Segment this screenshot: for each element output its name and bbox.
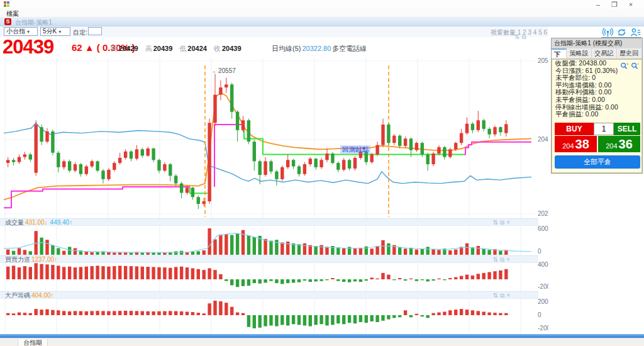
axis-labels: 205872040820228600004000-200020000-2000 <box>538 57 548 332</box>
svg-text:回測起點: 回測起點 <box>342 145 369 153</box>
annotations-layer: ←20557回測起點 <box>212 67 370 153</box>
trading-app-window: –❐× 檔案 S 台指期-策略1 小台指▾ 5分K▾ 自定: 視窗數量 1 2 … <box>0 0 644 346</box>
zoom-out-icon[interactable] <box>631 62 639 70</box>
popout-icon: ⧉ <box>500 219 506 226</box>
pane-icons[interactable]: ⇅⧉× <box>493 292 512 299</box>
broadcast-icon[interactable] <box>602 27 613 38</box>
pane-icons[interactable]: ⇅⧉× <box>493 219 512 226</box>
svg-text:←20557: ←20557 <box>212 67 236 74</box>
tab-backtest[interactable]: 歷史回測 <box>617 48 642 59</box>
pane-icons[interactable]: ⇅⧉× <box>493 256 512 264</box>
svg-text:-2000: -2000 <box>538 283 548 290</box>
force-pane-header: 買賣力道1237.00↑ ⇅⧉× <box>0 255 538 263</box>
minimize-button[interactable]: – <box>590 1 606 8</box>
volume-pane-header: 成交量431.00↓449.40↑ ⇅⧉× <box>0 218 538 226</box>
tab-trade-log[interactable]: 交易記錄 <box>592 48 617 59</box>
popout-icon: ⧉ <box>500 292 506 299</box>
strategy-panel-title: 台指期-策略1 (模擬交易) <box>552 38 642 48</box>
tab-strategy-settings[interactable]: 策略設定 <box>567 48 592 59</box>
strategy-panel-tabs: 下單 策略設定 交易記錄 歷史回測 <box>552 48 642 59</box>
close-all-positions-button[interactable]: 全部平倉 <box>555 155 640 169</box>
svg-text:4000: 4000 <box>538 261 548 268</box>
connection-icons <box>602 27 641 38</box>
close-icon: × <box>506 256 512 263</box>
svg-text:20228: 20228 <box>538 210 548 217</box>
svg-text:0: 0 <box>538 248 541 255</box>
force-bars-layer <box>6 263 508 287</box>
bottom-tab-bar: 台指期 <box>0 338 644 346</box>
buy-button[interactable]: BUY <box>555 123 594 135</box>
order-panel-body: 收盤價20438.00 今日漲跌61 (0.30%) 未平倉部位0 平均進場價格… <box>552 59 642 173</box>
strategy-panel: 台指期-策略1 (模擬交易) 下單 策略設定 交易記錄 歷史回測 收盤價204 <box>551 38 643 174</box>
zoom-in-icon[interactable] <box>620 62 628 70</box>
tab-taiex-futures[interactable]: 台指期 <box>18 339 48 346</box>
indicator-settings-icon: ⇅ <box>493 219 500 226</box>
volume-avg-line <box>4 233 531 253</box>
refresh-icon[interactable] <box>616 27 627 38</box>
close-icon: × <box>506 292 512 299</box>
chips-bars-layer <box>6 301 508 328</box>
close-button[interactable]: × <box>623 1 639 8</box>
chips-pane-header: 大戶籌碼404.00↑ ⇅⧉× <box>0 291 538 299</box>
buy-price[interactable]: 20438 <box>555 136 597 152</box>
svg-text:2000: 2000 <box>538 298 548 305</box>
sell-button[interactable]: SELL <box>614 123 640 135</box>
close-icon: × <box>506 219 512 226</box>
quantity-input[interactable]: 1 <box>594 123 614 135</box>
contacts-icon[interactable] <box>630 27 641 38</box>
field-realized-pnl: 平倉損益0.00 <box>552 111 641 118</box>
svg-text:6000: 6000 <box>538 225 548 232</box>
sell-price[interactable]: 20436 <box>598 136 640 152</box>
indicator-settings-icon: ⇅ <box>493 256 500 263</box>
zoom-controls <box>620 61 639 72</box>
svg-text:20587: 20587 <box>538 57 548 64</box>
bull-bear-line <box>4 123 531 183</box>
tab-order[interactable]: 下單 <box>552 48 567 59</box>
svg-text:-2000: -2000 <box>538 325 548 332</box>
volume-bars-layer <box>6 228 508 255</box>
popout-icon: ⧉ <box>500 256 506 263</box>
indicator-settings-icon: ⇅ <box>493 292 500 299</box>
window-controls: –❐× <box>590 1 639 9</box>
svg-text:20408: 20408 <box>538 136 548 143</box>
svg-text:0: 0 <box>538 311 541 318</box>
daily-ma-line <box>4 93 531 200</box>
maximize-button[interactable]: ❐ <box>606 1 623 9</box>
